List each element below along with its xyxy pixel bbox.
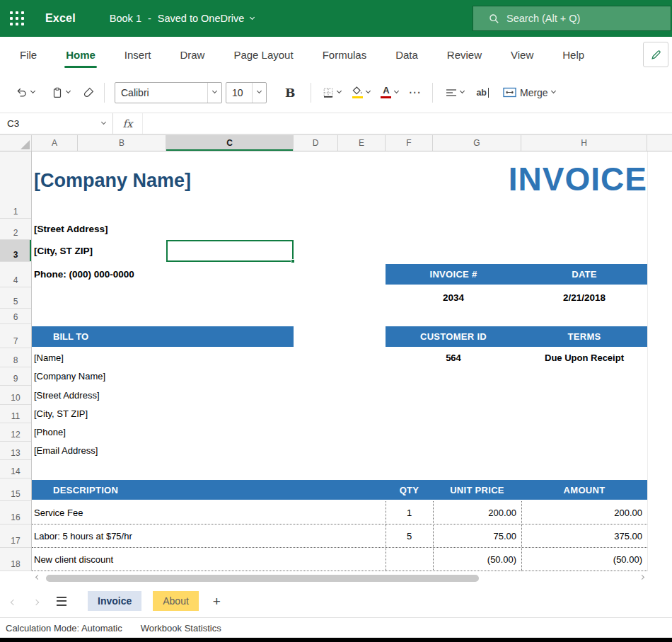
customer-id-header-cell[interactable]: CUSTOMER ID <box>386 326 521 347</box>
customer-id-value-cell[interactable]: 564 <box>386 348 521 367</box>
item-description-cell[interactable]: New client discount <box>32 554 386 565</box>
bill-to-email-cell[interactable]: [Email Address] <box>34 442 98 460</box>
menu-tab-formulas[interactable]: Formulas <box>323 49 367 61</box>
column-header-c[interactable]: C <box>166 135 294 151</box>
row-header-15[interactable]: 15 <box>0 478 31 501</box>
row-header-8[interactable]: 8 <box>0 348 31 367</box>
spreadsheet-canvas[interactable]: [Company Name] INVOICE [Street Address] … <box>32 151 672 571</box>
sheet-tab-about[interactable]: About <box>153 591 199 611</box>
name-box[interactable]: C3 <box>0 113 113 134</box>
item-qty-cell[interactable]: 1 <box>386 508 433 518</box>
street-address-cell[interactable]: [Street Address] <box>34 219 108 240</box>
column-header-g[interactable]: G <box>433 135 521 151</box>
font-size-select[interactable]: 10 <box>226 82 267 103</box>
bill-to-street-cell[interactable]: [Street Address] <box>34 386 100 405</box>
bill-to-phone-cell[interactable]: [Phone] <box>34 423 66 442</box>
row-header-18[interactable]: 18 <box>0 548 31 571</box>
menu-tab-insert[interactable]: Insert <box>124 49 151 61</box>
column-header-h[interactable]: H <box>521 135 647 151</box>
add-sheet-button[interactable]: + <box>213 595 221 608</box>
row-header-2[interactable]: 2 <box>0 219 31 240</box>
all-sheets-menu-button[interactable] <box>57 597 66 606</box>
menu-tab-file[interactable]: File <box>20 49 37 61</box>
undo-button[interactable] <box>16 86 35 98</box>
workbook-statistics-button[interactable]: Workbook Statistics <box>141 623 221 634</box>
date-header-cell[interactable]: DATE <box>521 264 647 285</box>
format-painter-button[interactable] <box>83 87 94 98</box>
row-header-10[interactable]: 10 <box>0 386 31 405</box>
amount-header-cell[interactable]: AMOUNT <box>521 480 647 500</box>
row-header-1[interactable]: 1 <box>0 151 31 219</box>
fill-color-button[interactable] <box>352 86 370 99</box>
menu-tab-view[interactable]: View <box>511 49 533 61</box>
unit-price-header-cell[interactable]: UNIT PRICE <box>433 480 521 500</box>
row-header-6[interactable]: 6 <box>0 309 31 324</box>
invoice-number-header-cell[interactable]: INVOICE # <box>386 264 521 285</box>
active-cell-selection[interactable] <box>166 240 294 262</box>
item-qty-cell[interactable]: 5 <box>386 531 433 541</box>
doc-title-text[interactable]: Book 1 <box>110 13 141 24</box>
row-header-11[interactable]: 11 <box>0 405 31 423</box>
calculation-mode-button[interactable]: Calculation Mode: Automatic <box>6 623 122 634</box>
fill-handle[interactable] <box>291 259 295 263</box>
company-name-cell[interactable]: [Company Name] <box>34 170 191 192</box>
city-state-zip-cell[interactable]: [City, ST ZIP] <box>34 240 93 262</box>
menu-tab-draw[interactable]: Draw <box>180 49 204 61</box>
bill-to-header-cell[interactable]: BILL TO <box>32 326 294 347</box>
column-header-a[interactable]: A <box>32 135 78 151</box>
select-all-button[interactable] <box>0 135 32 151</box>
document-title[interactable]: Book 1 - Saved to OneDrive <box>110 13 255 24</box>
column-header-d[interactable]: D <box>294 135 338 151</box>
paste-button[interactable] <box>52 87 70 98</box>
item-unit-price-cell[interactable]: 200.00 <box>433 508 521 518</box>
sheet-tab-invoice[interactable]: Invoice <box>88 591 141 611</box>
item-amount-cell[interactable]: (50.00) <box>521 554 647 565</box>
scroll-right-icon[interactable] <box>636 578 647 579</box>
menu-tab-data[interactable]: Data <box>395 49 418 61</box>
menu-tab-help[interactable]: Help <box>562 49 584 61</box>
menu-tab-review[interactable]: Review <box>447 49 482 61</box>
description-header-cell[interactable]: DESCRIPTION <box>32 480 386 500</box>
row-header-13[interactable]: 13 <box>0 442 31 460</box>
bold-button[interactable]: B <box>285 86 295 100</box>
doc-save-status[interactable]: Saved to OneDrive <box>158 13 245 24</box>
horizontal-scrollbar-thumb[interactable] <box>46 575 479 582</box>
app-name[interactable]: Excel <box>45 12 76 25</box>
more-font-options-button[interactable]: ⋯ <box>408 85 421 100</box>
terms-header-cell[interactable]: TERMS <box>521 326 647 347</box>
editing-mode-button[interactable] <box>643 42 668 67</box>
invoice-title-cell[interactable]: INVOICE <box>509 160 647 198</box>
row-header-4[interactable]: 4 <box>0 262 31 287</box>
item-description-cell[interactable]: Labor: 5 hours at $75/hr <box>32 531 386 541</box>
date-value-cell[interactable]: 2/21/2018 <box>521 287 647 309</box>
bill-to-city-cell[interactable]: [City, ST ZIP] <box>34 405 88 423</box>
sheet-nav-right-icon[interactable] <box>34 595 38 607</box>
font-color-button[interactable]: A <box>381 86 398 99</box>
row-header-14[interactable]: 14 <box>0 460 31 478</box>
menu-tab-home[interactable]: Home <box>66 49 95 61</box>
row-header-16[interactable]: 16 <box>0 501 31 525</box>
row-header-12[interactable]: 12 <box>0 423 31 442</box>
invoice-number-value-cell[interactable]: 2034 <box>386 287 521 309</box>
app-launcher-button[interactable] <box>0 0 34 37</box>
search-input[interactable]: Search (Alt + Q) <box>473 6 671 31</box>
formula-input[interactable] <box>143 113 672 134</box>
font-name-select[interactable]: Calibri <box>115 82 222 103</box>
horizontal-scrollbar[interactable] <box>32 573 647 584</box>
wrap-text-button[interactable]: ab <box>476 88 489 98</box>
row-header-9[interactable]: 9 <box>0 367 31 386</box>
alignment-button[interactable] <box>446 88 464 98</box>
row-header-3[interactable]: 3 <box>0 240 31 262</box>
item-amount-cell[interactable]: 375.00 <box>521 531 647 541</box>
column-header-b[interactable]: B <box>78 135 166 151</box>
merge-button[interactable]: Merge <box>503 87 555 98</box>
column-header-e[interactable]: E <box>338 135 386 151</box>
row-header-7[interactable]: 7 <box>0 324 31 348</box>
insert-function-button[interactable]: fx <box>113 113 143 134</box>
sheet-nav-left-icon[interactable] <box>11 595 16 607</box>
bill-to-name-cell[interactable]: [Name] <box>34 348 64 367</box>
menu-tab-page-layout[interactable]: Page Layout <box>233 49 293 61</box>
terms-value-cell[interactable]: Due Upon Receipt <box>521 348 647 367</box>
item-amount-cell[interactable]: 200.00 <box>521 508 647 518</box>
row-header-17[interactable]: 17 <box>0 525 31 548</box>
